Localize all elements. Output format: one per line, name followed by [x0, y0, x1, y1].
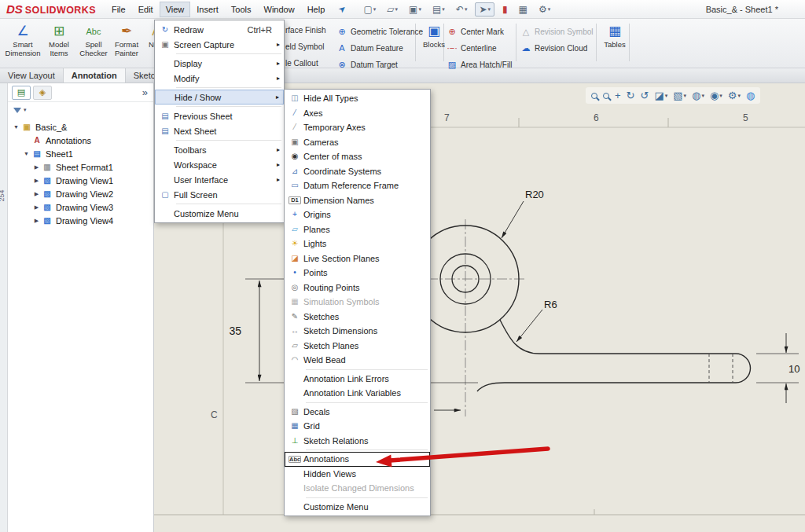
- tree-item-drawing-view3[interactable]: ▶▧Drawing View3: [8, 200, 153, 214]
- menu-item-screen-capture[interactable]: ▣Screen Capture▸: [155, 37, 284, 52]
- menu-edit[interactable]: Edit: [132, 2, 160, 17]
- menu-item-origins[interactable]: +Origins: [285, 207, 430, 222]
- rebuild-button[interactable]: ▮: [499, 2, 511, 17]
- menu-item-annotations[interactable]: AbcAnnotations: [285, 452, 430, 467]
- smart-dimension-button[interactable]: ∠Smart Dimension: [5, 22, 41, 57]
- datum-target-button[interactable]: ⊗Datum Target: [336, 57, 398, 72]
- menu-item-previous-sheet[interactable]: ▤Previous Sheet: [155, 108, 284, 123]
- menu-item-next-sheet[interactable]: ▤Next Sheet: [155, 123, 284, 138]
- expand-right-icon[interactable]: ▶: [31, 191, 42, 197]
- model-items-button[interactable]: ⊞Model Items: [41, 22, 77, 57]
- menu-item-axes[interactable]: ⁄Axes: [285, 106, 430, 121]
- select-button[interactable]: ➤▾: [475, 2, 494, 17]
- tree-item-annotations[interactable]: AAnnotations: [8, 134, 153, 147]
- expand-right-icon[interactable]: ▶: [31, 178, 42, 184]
- section-view-button[interactable]: ◪▾: [654, 90, 667, 101]
- geometric-tolerance-button[interactable]: ⊕Geometric Tolerance: [336, 24, 423, 39]
- menu-item-sketch-planes[interactable]: ▱Sketch Planes: [285, 339, 430, 354]
- options-button[interactable]: ⚙▾: [535, 2, 553, 17]
- display-style-button[interactable]: ◍▾: [692, 90, 704, 101]
- expand-right-icon[interactable]: ▶: [31, 204, 42, 211]
- tables-button[interactable]: ▦Tables: [599, 22, 630, 50]
- expand-right-icon[interactable]: ▶: [31, 164, 42, 171]
- displaymanager-tab[interactable]: ◈: [33, 86, 52, 100]
- centerline-button[interactable]: ·−·Centerline: [447, 41, 497, 55]
- tab-annotation[interactable]: Annotation: [64, 68, 126, 83]
- revision-symbol-button[interactable]: △Revision Symbol: [520, 24, 593, 39]
- tree-item-drawing-view1[interactable]: ▶▧Drawing View1: [8, 174, 153, 187]
- menu-item-isolate-changed-dimensions[interactable]: Isolate Changed Dimensions: [285, 481, 430, 496]
- menu-item-sketches[interactable]: ✎Sketches: [285, 310, 430, 325]
- menu-item-center-of-mass[interactable]: ◉Center of mass: [285, 149, 430, 164]
- menu-item-hide-show[interactable]: Hide / Show▸: [155, 90, 284, 105]
- menu-item-hidden-views[interactable]: Hidden Views: [285, 467, 430, 482]
- menu-item-display[interactable]: Display▸: [155, 56, 284, 71]
- menu-tools[interactable]: Tools: [225, 2, 258, 17]
- tree-filter[interactable]: ▾: [8, 102, 153, 118]
- previous-view-button[interactable]: ↺: [641, 90, 649, 101]
- thickness-dimension-label[interactable]: 10: [788, 363, 799, 375]
- height-dimension-label[interactable]: 35: [229, 325, 241, 337]
- menu-item-lights[interactable]: ☀Lights: [285, 237, 430, 251]
- menu-item-temporary-axes[interactable]: ⁄Temporary Axes: [285, 120, 430, 135]
- rotate-view-button[interactable]: ↻: [627, 90, 635, 101]
- menu-item-sketch-dimensions[interactable]: ↔Sketch Dimensions: [285, 324, 430, 339]
- menu-help[interactable]: Help: [301, 2, 332, 17]
- menu-item-cameras[interactable]: ▣Cameras: [285, 135, 430, 150]
- menu-item-workspace[interactable]: Workspace▸: [155, 157, 284, 172]
- menu-item-toolbars[interactable]: Toolbars▸: [155, 142, 284, 157]
- menu-item-customize-menu[interactable]: Customize Menu: [155, 206, 284, 221]
- r20-label[interactable]: R20: [525, 189, 544, 200]
- menu-item-hide-all-types[interactable]: ◫Hide All Types: [285, 91, 430, 106]
- menu-item-live-section-planes[interactable]: ◪Live Section Planes: [285, 251, 430, 266]
- collapse-panel-button[interactable]: »: [142, 86, 149, 98]
- menu-view[interactable]: View: [160, 2, 191, 17]
- menu-item-grid[interactable]: ▦Grid: [285, 419, 430, 434]
- tree-item-basic[interactable]: ▼▣Basic_&: [8, 120, 153, 134]
- menu-item-annotation-link-errors[interactable]: Annotation Link Errors: [285, 372, 430, 387]
- revision-cloud-button[interactable]: ☁Revision Cloud: [520, 41, 587, 55]
- tree-item-drawing-view2[interactable]: ▶▧Drawing View2: [8, 187, 153, 200]
- zoom-to-fit-button[interactable]: [603, 93, 609, 99]
- datum-feature-button[interactable]: ADatum Feature: [336, 41, 403, 55]
- expand-right-icon[interactable]: ▶: [31, 218, 42, 224]
- new-document-button[interactable]: ▢▾: [360, 2, 379, 17]
- area-hatch-fill-button[interactable]: ▨Area Hatch/Fill: [447, 57, 513, 72]
- featuremanager-tab[interactable]: ▤: [12, 86, 31, 100]
- tree-item-drawing-view4[interactable]: ▶▧Drawing View4: [8, 214, 153, 227]
- globe-button[interactable]: ◍: [746, 90, 755, 101]
- menu-item-full-screen[interactable]: ▢Full Screen: [155, 187, 284, 202]
- view-settings-button[interactable]: ⚙▾: [728, 90, 741, 101]
- center-mark-button[interactable]: ⊕Center Mark: [447, 24, 504, 39]
- menu-item-redraw[interactable]: ↻RedrawCtrl+R: [155, 22, 284, 37]
- menu-item-routing-points[interactable]: ◎Routing Points: [285, 281, 430, 295]
- blocks-button[interactable]: ▣Blocks: [418, 22, 450, 50]
- menu-item-dimension-names[interactable]: D1Dimension Names: [285, 193, 430, 208]
- menu-item-planes[interactable]: ▱Planes: [285, 222, 430, 237]
- open-document-button[interactable]: ▱▾: [384, 2, 401, 17]
- menu-insert[interactable]: Insert: [190, 2, 225, 17]
- r6-label[interactable]: R6: [544, 299, 557, 310]
- tree-item-sheet-format1[interactable]: ▶▥Sheet Format1: [8, 160, 153, 174]
- file-properties-button[interactable]: ▦: [516, 2, 531, 17]
- pan-button[interactable]: +: [615, 90, 621, 101]
- menu-item-datum-reference-frame[interactable]: ▭Datum Reference Frame: [285, 178, 430, 193]
- menu-item-modify[interactable]: Modify▸: [155, 71, 284, 86]
- menu-item-decals[interactable]: ▨Decals: [285, 405, 430, 420]
- undo-button[interactable]: ↶▾: [453, 2, 471, 17]
- menu-item-annotation-link-variables[interactable]: Annotation Link Variables: [285, 386, 430, 401]
- view-orientation-button[interactable]: ▧▾: [673, 90, 686, 101]
- menu-window[interactable]: Window: [258, 2, 301, 17]
- menu-file[interactable]: File: [105, 2, 132, 17]
- menu-item-user-interface[interactable]: User Interface▸: [155, 172, 284, 187]
- menu-item-points[interactable]: •Points: [285, 266, 430, 281]
- hide-show-items-button[interactable]: ◉▾: [710, 90, 722, 101]
- expand-down-icon[interactable]: ▼: [21, 151, 31, 156]
- print-button[interactable]: ▤▾: [429, 2, 448, 17]
- expand-down-icon[interactable]: ▼: [11, 124, 21, 130]
- pin-icon[interactable]: ➤: [336, 3, 348, 16]
- menu-item-weld-bead[interactable]: ◠Weld Bead: [285, 353, 430, 368]
- tree-item-sheet1[interactable]: ▼▤Sheet1: [8, 147, 153, 160]
- spell-checker-button[interactable]: AbcSpell Checker: [75, 22, 112, 57]
- save-button[interactable]: ▣▾: [406, 2, 425, 17]
